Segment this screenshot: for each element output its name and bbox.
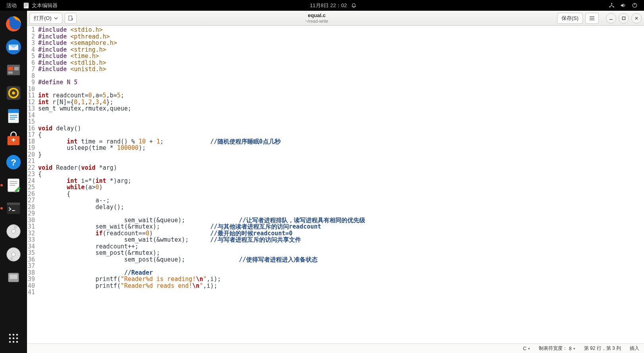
svg-point-34: [13, 337, 15, 339]
svg-point-27: [12, 252, 15, 256]
save-button-label: 保存(S): [561, 15, 578, 22]
volume-icon: [620, 2, 626, 8]
text-editor-icon: [23, 2, 29, 9]
filepath: ~/read-write: [79, 19, 555, 24]
app-menu[interactable]: 文本编辑器: [20, 1, 61, 10]
network-icon: [609, 2, 615, 8]
hamburger-menu-button[interactable]: [585, 13, 599, 24]
launcher-rhythmbox[interactable]: [3, 82, 24, 104]
insert-mode-indicator[interactable]: 插入: [630, 345, 639, 352]
svg-point-24: [12, 229, 15, 233]
system-tray[interactable]: [605, 2, 641, 9]
language-label: C: [523, 346, 526, 351]
svg-point-36: [9, 341, 11, 343]
headerbar: 打开(O) equal.c ~/read-write 保存(S): [27, 11, 644, 26]
svg-rect-39: [69, 16, 72, 20]
code-area[interactable]: #include <stdio.h>#include <pthread.h>#i…: [37, 26, 644, 343]
svg-point-32: [16, 334, 18, 336]
launcher-software[interactable]: [3, 128, 24, 150]
svg-point-13: [12, 91, 15, 95]
svg-point-33: [9, 337, 11, 339]
statusbar: C▾ 制表符宽度：8▾ 第 92 行，第 3 列 插入: [27, 343, 644, 353]
hamburger-icon: [589, 16, 595, 21]
power-icon: [632, 2, 638, 8]
new-tab-button[interactable]: [65, 13, 77, 24]
ubuntu-dock: ?: [0, 11, 27, 353]
launcher-removable[interactable]: [3, 267, 24, 288]
title-area: equal.c ~/read-write: [79, 12, 555, 24]
launcher-disc-1[interactable]: [3, 221, 24, 242]
launcher-firefox[interactable]: [3, 13, 24, 35]
notification-icon: [351, 3, 357, 8]
language-selector[interactable]: C▾: [523, 346, 530, 351]
filename: equal.c: [79, 12, 555, 19]
launcher-thunderbird[interactable]: [3, 36, 24, 58]
launcher-writer[interactable]: [3, 105, 24, 127]
launcher-files[interactable]: [3, 59, 24, 81]
launcher-help[interactable]: ?: [3, 151, 24, 173]
new-document-icon: [68, 16, 73, 21]
svg-rect-8: [8, 67, 13, 70]
svg-rect-40: [623, 17, 625, 19]
launcher-disc-2[interactable]: [3, 244, 24, 265]
svg-rect-0: [24, 3, 29, 8]
minimize-button[interactable]: [606, 13, 616, 23]
launcher-terminal[interactable]: [3, 198, 24, 219]
maximize-button[interactable]: [619, 13, 629, 23]
open-button[interactable]: 打开(O): [29, 13, 62, 24]
app-menu-label: 文本编辑器: [32, 2, 58, 9]
mode-label: 插入: [630, 345, 639, 352]
show-applications-button[interactable]: [3, 328, 24, 349]
svg-point-31: [13, 334, 15, 336]
close-button[interactable]: [631, 13, 642, 23]
svg-point-35: [16, 337, 18, 339]
clock[interactable]: 11月8日 22：02: [307, 1, 359, 10]
gedit-window: 打开(O) equal.c ~/read-write 保存(S) 1234567…: [27, 11, 644, 353]
svg-text:?: ?: [11, 157, 16, 167]
chevron-down-icon: [54, 16, 58, 20]
svg-point-30: [9, 334, 11, 336]
svg-point-38: [16, 341, 18, 343]
svg-rect-15: [8, 109, 19, 113]
clock-text: 11月8日 22：02: [310, 2, 347, 9]
tab-width-selector[interactable]: 制表符宽度：8▾: [539, 345, 575, 352]
svg-rect-10: [8, 72, 13, 74]
tabwidth-label: 制表符宽度：: [539, 345, 567, 352]
svg-point-1: [611, 3, 612, 4]
launcher-text-editor[interactable]: [3, 175, 24, 196]
chevron-down-icon: ▾: [528, 347, 530, 351]
chevron-down-icon: ▾: [573, 347, 575, 351]
tabwidth-value: 8: [569, 346, 572, 351]
open-button-label: 打开(O): [34, 15, 52, 22]
activities-button[interactable]: 活动: [3, 1, 20, 10]
source-editor[interactable]: 1234567891011121314151617181920212223242…: [27, 26, 644, 343]
cursor-position: 第 92 行，第 3 列: [584, 345, 621, 352]
svg-rect-29: [10, 274, 17, 279]
gnome-top-panel: 活动 文本编辑器 11月8日 22：02: [0, 0, 644, 11]
save-button[interactable]: 保存(S): [557, 13, 583, 24]
svg-point-37: [13, 341, 15, 343]
svg-rect-21: [7, 203, 20, 205]
svg-rect-9: [14, 67, 19, 70]
line-number-gutter: 1234567891011121314151617181920212223242…: [27, 26, 37, 343]
